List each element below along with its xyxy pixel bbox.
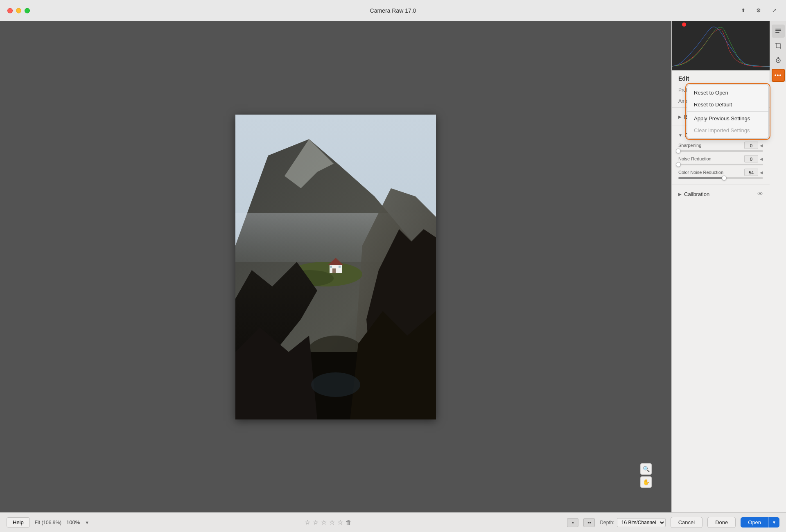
star-1[interactable]: ☆: [305, 518, 310, 526]
open-button[interactable]: Open: [741, 517, 768, 527]
edit-title: Edit: [678, 75, 689, 82]
context-menu: Reset to Open Reset to Default Apply Pre…: [687, 85, 769, 138]
color-noise-reduction-label: Color Noise Reduction: [678, 170, 723, 175]
svg-rect-19: [775, 29, 781, 29]
color-noise-reduction-thumb[interactable]: [722, 176, 727, 180]
noise-reduction-reset-icon[interactable]: ◀: [760, 157, 763, 161]
apply-previous-settings-item[interactable]: Apply Previous Settings: [687, 113, 768, 124]
color-noise-reduction-track[interactable]: [678, 177, 763, 179]
sharpening-header: Sharpening 0 ◀: [678, 142, 763, 149]
photo-container: [235, 115, 436, 419]
settings-button[interactable]: ⚙: [754, 6, 763, 15]
open-button-group: Open ▼: [741, 517, 779, 527]
panel-header: Edit: [672, 70, 770, 85]
rotate-button[interactable]: [772, 54, 785, 67]
calibration-section: ▶ Calibration 👁: [672, 185, 770, 203]
color-noise-reduction-reset-icon[interactable]: ◀: [760, 170, 763, 175]
right-panel: ••• Edit: [671, 21, 786, 512]
canvas-area: 🔍 ✋: [0, 21, 671, 512]
crop-icon: [775, 42, 782, 50]
bottom-right: ▪ ▪▪ Depth: 16 Bits/Channel 8 Bits/Chann…: [567, 517, 779, 528]
cancel-button[interactable]: Cancel: [671, 517, 702, 528]
bottom-bar: Help Fit (106.9%) 100% ▼ ☆ ☆ ☆ ☆ ☆ 🗑 ▪ ▪…: [0, 512, 786, 532]
noise-reduction-thumb[interactable]: [676, 162, 681, 167]
main-layout: 🔍 ✋: [0, 21, 786, 512]
minimize-button[interactable]: [16, 8, 21, 13]
star-4[interactable]: ☆: [329, 518, 335, 526]
svg-rect-20: [775, 30, 781, 31]
zoom-in-button[interactable]: 🔍: [640, 463, 652, 475]
bottom-tools: 🔍 ✋: [640, 463, 652, 488]
maximize-button[interactable]: [25, 8, 30, 13]
color-noise-reduction-value[interactable]: 54: [744, 169, 758, 176]
svg-point-27: [682, 23, 686, 27]
edit-panel-button[interactable]: [772, 25, 785, 38]
calibration-chevron-icon: ▶: [678, 192, 682, 196]
svg-point-23: [777, 60, 779, 61]
app-title: Camera Raw 17.0: [370, 7, 416, 14]
compare-view-button[interactable]: ▪▪: [583, 518, 595, 527]
titlebar: Camera Raw 17.0 ⬆ ⚙ ⤢: [0, 0, 786, 21]
svg-rect-9: [332, 268, 336, 273]
context-menu-separator: [687, 111, 768, 112]
color-noise-reduction-row: Color Noise Reduction 54 ◀: [672, 167, 770, 180]
basic-chevron-icon: ▶: [678, 115, 682, 119]
expand-button[interactable]: ⤢: [770, 6, 779, 15]
noise-reduction-value[interactable]: 0: [744, 155, 758, 162]
sharpening-row: Sharpening 0 ◀: [672, 140, 770, 153]
right-tools: •••: [770, 21, 786, 82]
crop-button[interactable]: [772, 39, 785, 52]
detail-chevron-icon: ▼: [678, 133, 682, 138]
calibration-eye-icon[interactable]: 👁: [757, 191, 763, 197]
bottom-left: Help Fit (106.9%) 100% ▼: [7, 517, 89, 527]
svg-rect-26: [672, 21, 770, 70]
sharpening-reset-icon[interactable]: ◀: [760, 143, 763, 148]
depth-label: Depth:: [600, 520, 614, 525]
sharpening-thumb[interactable]: [676, 149, 681, 153]
rotate-icon: [775, 57, 782, 64]
noise-reduction-value-area: 0 ◀: [744, 155, 763, 162]
calibration-section-header[interactable]: ▶ Calibration 👁: [672, 189, 770, 199]
noise-reduction-label: Noise Reduction: [678, 156, 711, 161]
calibration-title: Calibration: [684, 191, 709, 197]
sharpening-value[interactable]: 0: [744, 142, 758, 149]
svg-rect-21: [775, 32, 779, 33]
photo-svg: [235, 115, 436, 419]
edit-icon: [775, 27, 782, 35]
star-3[interactable]: ☆: [321, 518, 327, 526]
fit-label: Fit (106.9%): [35, 520, 61, 525]
color-noise-reduction-header: Color Noise Reduction 54 ◀: [678, 169, 763, 176]
depth-area: Depth: 16 Bits/Channel 8 Bits/Channel: [600, 518, 665, 527]
calibration-header-left: ▶ Calibration: [678, 191, 709, 197]
traffic-lights: [7, 8, 30, 13]
sharpening-label: Sharpening: [678, 143, 701, 148]
zoom-dropdown-icon[interactable]: ▼: [85, 520, 89, 525]
more-dots-icon: •••: [775, 72, 782, 79]
help-button[interactable]: Help: [7, 517, 30, 527]
bottom-center: ☆ ☆ ☆ ☆ ☆ 🗑: [305, 518, 352, 526]
depth-select[interactable]: 16 Bits/Channel 8 Bits/Channel: [617, 518, 666, 527]
pan-tool-button[interactable]: ✋: [640, 476, 652, 488]
reset-to-open-item[interactable]: Reset to Open: [687, 87, 768, 99]
trash-icon[interactable]: 🗑: [346, 519, 352, 526]
close-button[interactable]: [7, 8, 13, 13]
svg-point-18: [311, 372, 360, 397]
color-noise-reduction-fill: [678, 177, 724, 179]
histogram-area: [672, 21, 786, 70]
share-button[interactable]: ⬆: [739, 6, 748, 15]
done-button[interactable]: Done: [707, 517, 736, 528]
sharpening-track[interactable]: [678, 150, 763, 152]
svg-rect-10: [330, 266, 332, 268]
svg-rect-11: [339, 266, 341, 268]
open-dropdown-button[interactable]: ▼: [768, 517, 779, 527]
more-options-button[interactable]: •••: [772, 69, 785, 82]
star-2[interactable]: ☆: [313, 518, 318, 526]
sharpening-value-area: 0 ◀: [744, 142, 763, 149]
star-5[interactable]: ☆: [337, 518, 343, 526]
clear-imported-settings-item: Clear Imported Settings: [687, 124, 768, 136]
reset-to-default-item[interactable]: Reset to Default: [687, 99, 768, 110]
single-view-button[interactable]: ▪: [567, 518, 578, 527]
color-noise-reduction-value-area: 54 ◀: [744, 169, 763, 176]
noise-reduction-track[interactable]: [678, 164, 763, 165]
histogram-svg: [672, 21, 770, 70]
